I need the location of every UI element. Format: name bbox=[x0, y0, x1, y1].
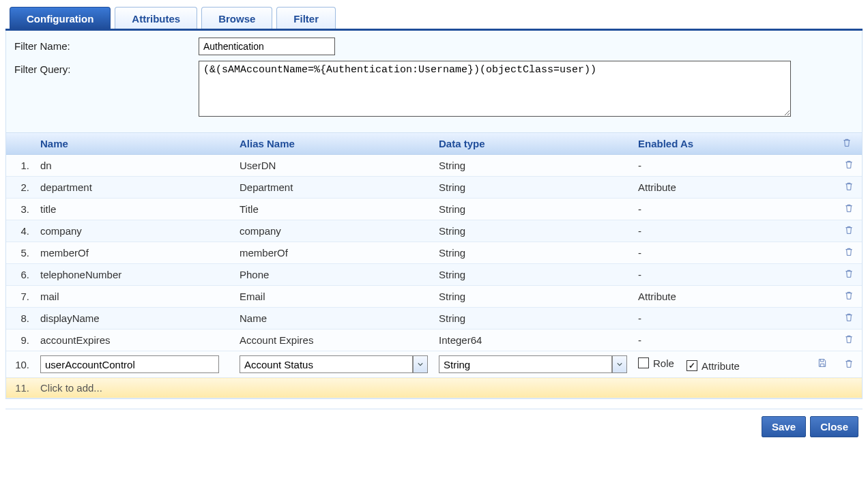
row-index: 1. bbox=[6, 155, 35, 177]
row-enabled: Attribute bbox=[633, 177, 836, 199]
table-row[interactable]: 5.memberOfmemberOfString- bbox=[6, 242, 862, 264]
row-type: String bbox=[433, 155, 633, 177]
checkbox-icon bbox=[638, 357, 649, 368]
row-index: 3. bbox=[6, 199, 35, 220]
row-type: String bbox=[433, 220, 633, 242]
row-type: String bbox=[433, 308, 633, 330]
row-name: dn bbox=[35, 155, 234, 177]
save-button[interactable]: Save bbox=[762, 416, 806, 437]
row-index: 11. bbox=[6, 378, 35, 398]
role-checkbox[interactable]: Role bbox=[638, 357, 674, 369]
delete-row-icon[interactable] bbox=[843, 203, 854, 214]
trash-icon bbox=[841, 137, 852, 148]
table-row[interactable]: 2.departmentDepartmentStringAttribute bbox=[6, 177, 862, 199]
row-enabled: - bbox=[633, 242, 836, 264]
delete-row-icon[interactable] bbox=[843, 334, 854, 345]
delete-row-icon[interactable] bbox=[843, 181, 854, 192]
save-row-icon[interactable] bbox=[817, 357, 828, 368]
row-index: 5. bbox=[6, 242, 35, 264]
row-alias: Title bbox=[234, 199, 433, 220]
tab-bar: Configuration Attributes Browse Filter bbox=[5, 7, 863, 31]
table-row[interactable]: 4.companycompanyString- bbox=[6, 220, 862, 242]
row-alias: company bbox=[234, 220, 433, 242]
table-row-editing: 10. bbox=[6, 351, 862, 378]
attribute-table: Name Alias Name Data type Enabled As 1.d… bbox=[5, 133, 863, 399]
table-row[interactable]: 8.displayNameNameString- bbox=[6, 308, 862, 330]
row-alias-combo[interactable] bbox=[240, 355, 428, 373]
row-name: telephoneNumber bbox=[35, 264, 234, 286]
row-name: accountExpires bbox=[35, 330, 234, 351]
row-enabled: - bbox=[633, 308, 836, 330]
row-enabled: - bbox=[633, 155, 836, 177]
row-type: String bbox=[433, 177, 633, 199]
filter-form: Filter Name: Filter Query: bbox=[5, 31, 863, 133]
tab-browse[interactable]: Browse bbox=[201, 7, 272, 29]
delete-row-icon[interactable] bbox=[843, 246, 854, 257]
row-name: title bbox=[35, 199, 234, 220]
row-alias: Email bbox=[234, 286, 433, 308]
col-data-type[interactable]: Data type bbox=[433, 133, 633, 155]
table-row[interactable]: 7.mailEmailStringAttribute bbox=[6, 286, 862, 308]
delete-row-icon[interactable] bbox=[843, 159, 854, 170]
row-name: mail bbox=[35, 286, 234, 308]
row-enabled: - bbox=[633, 220, 836, 242]
chevron-down-icon[interactable] bbox=[413, 355, 428, 373]
row-alias: Phone bbox=[234, 264, 433, 286]
table-row[interactable]: 9.accountExpiresAccount ExpiresInteger64… bbox=[6, 330, 862, 351]
attribute-checkbox[interactable]: Attribute bbox=[686, 360, 740, 372]
row-type-input[interactable] bbox=[439, 355, 612, 373]
table-row[interactable]: 1.dnUserDNString- bbox=[6, 155, 862, 177]
row-enabled: - bbox=[633, 264, 836, 286]
delete-row-icon[interactable] bbox=[843, 358, 854, 369]
row-type: String bbox=[433, 242, 633, 264]
row-index: 8. bbox=[6, 308, 35, 330]
col-name[interactable]: Name bbox=[35, 133, 234, 155]
row-enabled: - bbox=[633, 199, 836, 220]
row-name-input[interactable] bbox=[40, 355, 219, 373]
row-alias: Department bbox=[234, 177, 433, 199]
row-index: 7. bbox=[6, 286, 35, 308]
close-button[interactable]: Close bbox=[810, 416, 858, 437]
table-row-add[interactable]: 11. Click to add... bbox=[6, 378, 862, 398]
table-row[interactable]: 3.titleTitleString- bbox=[6, 199, 862, 220]
row-type: String bbox=[433, 264, 633, 286]
row-name: memberOf bbox=[35, 242, 234, 264]
col-index bbox=[6, 133, 35, 155]
row-enabled: - bbox=[633, 330, 836, 351]
row-alias: UserDN bbox=[234, 155, 433, 177]
row-index: 2. bbox=[6, 177, 35, 199]
checkbox-icon bbox=[686, 360, 697, 371]
delete-row-icon[interactable] bbox=[843, 224, 854, 235]
row-name: displayName bbox=[35, 308, 234, 330]
col-enabled-as[interactable]: Enabled As bbox=[633, 133, 836, 155]
row-alias: Account Expires bbox=[234, 330, 433, 351]
add-row-text[interactable]: Click to add... bbox=[35, 378, 862, 398]
table-row[interactable]: 6.telephoneNumberPhoneString- bbox=[6, 264, 862, 286]
delete-row-icon[interactable] bbox=[843, 312, 854, 323]
row-type: Integer64 bbox=[433, 330, 633, 351]
filter-name-input[interactable] bbox=[199, 38, 335, 55]
row-index: 10. bbox=[6, 351, 35, 378]
row-index: 9. bbox=[6, 330, 35, 351]
col-alias-name[interactable]: Alias Name bbox=[234, 133, 433, 155]
delete-row-icon[interactable] bbox=[843, 268, 854, 279]
tab-filter[interactable]: Filter bbox=[276, 7, 336, 29]
filter-name-label: Filter Name: bbox=[14, 38, 199, 52]
chevron-down-icon[interactable] bbox=[612, 355, 627, 373]
tab-attributes[interactable]: Attributes bbox=[115, 7, 197, 29]
delete-row-icon[interactable] bbox=[843, 290, 854, 301]
row-alias: memberOf bbox=[234, 242, 433, 264]
col-action bbox=[836, 133, 862, 155]
row-index: 4. bbox=[6, 220, 35, 242]
filter-query-input[interactable] bbox=[199, 61, 791, 117]
row-type-combo[interactable] bbox=[439, 355, 627, 373]
tab-configuration[interactable]: Configuration bbox=[10, 7, 111, 29]
filter-query-label: Filter Query: bbox=[14, 61, 199, 75]
row-name: department bbox=[35, 177, 234, 199]
row-type: String bbox=[433, 286, 633, 308]
config-panel: Configuration Attributes Browse Filter F… bbox=[0, 0, 868, 448]
attribute-checkbox-label: Attribute bbox=[701, 360, 740, 372]
role-checkbox-label: Role bbox=[653, 357, 674, 369]
row-alias-input[interactable] bbox=[240, 355, 413, 373]
row-index: 6. bbox=[6, 264, 35, 286]
